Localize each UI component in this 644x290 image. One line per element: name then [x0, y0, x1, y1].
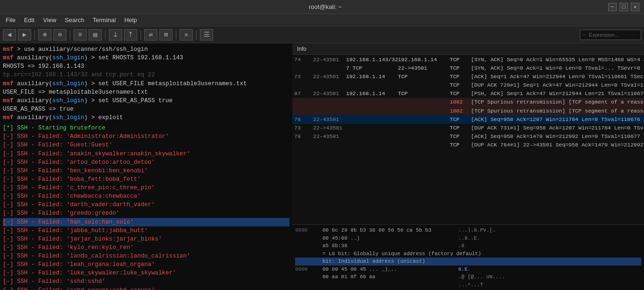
terminal-line: [-] SSH - Failed: 'han_solo:han_solo' — [3, 218, 289, 226]
right-panel: Info 74 22-43501 192.168.1.143/32 192.16… — [292, 43, 644, 290]
maximize-button[interactable]: □ — [619, 3, 628, 11]
minimize-button[interactable]: ─ — [608, 3, 617, 11]
hex-row: 0000 00 00 45 00 45 ... _)_.. 8.E. — [295, 266, 641, 274]
menu-terminal[interactable]: Terminal — [89, 15, 120, 25]
toolbar-sep-2 — [70, 30, 70, 40]
terminal-output: msf > use auxiliary/scanner/ssh/ssh_logi… — [3, 45, 289, 290]
toolbar-sep-6 — [196, 30, 197, 40]
title-bar: root@kali: ~ ─ □ ✕ — [0, 0, 644, 14]
toolbar-sep-5 — [176, 30, 176, 40]
terminal-line: [-] SSH - Failed: 'Guest:Guest' — [3, 141, 289, 149]
packet-row[interactable]: 73 22->43501 TCP [DUP ACK 731#1] Seq=958… — [292, 124, 644, 132]
expression-filter[interactable]: ← Expression... — [580, 30, 641, 40]
close-button[interactable]: ✕ — [631, 3, 639, 11]
packet-row[interactable]: TCP [DUP ACK 720#1] Seq=1 Ack=47 Win=212… — [292, 81, 644, 89]
toolbar-btn-4[interactable]: ⊖ — [53, 29, 66, 40]
toolbar-sep-3 — [105, 30, 106, 40]
menu-bar: File Edit View Search Terminal Help — [0, 14, 644, 26]
menu-file[interactable]: File — [2, 15, 19, 25]
window-title: root@kali: ~ — [42, 3, 608, 10]
terminal-line: [-] SSH - Failed: 'anakin_skywalker:anak… — [3, 150, 289, 158]
packet-row[interactable]: 7 TCP 22->43501 TCP [SYN, ACK] Seq=0 Ack… — [292, 64, 644, 72]
menu-help[interactable]: Help — [121, 15, 141, 25]
toolbar-btn-10[interactable]: ⊞ — [159, 29, 173, 40]
toolbar-sep-4 — [140, 30, 141, 40]
window-controls[interactable]: ─ □ ✕ — [608, 3, 639, 11]
terminal-line: [-] SSH - Failed: 'chewbacca:chewbacca' — [3, 192, 289, 201]
info-tab-label: Info — [297, 46, 306, 52]
terminal-line: RHOSTS => 192.168.1.143 — [3, 62, 289, 71]
toolbar-btn-5[interactable]: ≡ — [74, 29, 87, 40]
terminal-line: msf > use auxiliary/scanner/ssh/ssh_logi… — [3, 45, 289, 54]
hex-panel: 0000 00 0c 29 8b b3 38 00 50 56 ca 5b b3… — [292, 224, 644, 290]
terminal-line: [-] SSH - Failed: 'Administrator:Adminis… — [3, 132, 289, 141]
packet-list[interactable]: 74 22-43501 192.168.1.143/32 192.168.1.1… — [292, 55, 644, 224]
toolbar: ◀ ▶ ⊕ ⊖ ≡ ▤ ⤓ ⤒ ⇄ ⊞ ✕ ☰ ← Expression... — [0, 26, 644, 43]
terminal-panel[interactable]: msf > use auxiliary/scanner/ssh/ssh_logi… — [0, 43, 292, 290]
toolbar-sep-1 — [34, 30, 35, 40]
terminal-line: USER_AS_PASS => true — [3, 105, 289, 113]
terminal-line: msf auxiliary(ssh_login) > set RHOSTS 19… — [3, 54, 289, 62]
packet-row[interactable]: 78 22-43501 TCP [ACK] Seq=958 Ack=1207 W… — [292, 115, 644, 124]
hex-row: = LG bit: Globally unique address (facto… — [295, 250, 641, 258]
hex-row: bit: Individual address (unicast) — [295, 258, 641, 266]
terminal-line: tp.src==192.168.1.143/32 and tcp.port eq… — [3, 71, 289, 79]
terminal-line: [-] SSH - Failed: 'jabba_hutt:jabba_hutt… — [3, 226, 289, 235]
toolbar-btn-9[interactable]: ⇄ — [144, 29, 157, 40]
hex-row: 00 aa 01 8f 60 aa .@ [@... uN.... — [295, 273, 641, 281]
terminal-line: [-] SSH - Failed: 'c_three_pio:c_three_p… — [3, 184, 289, 192]
terminal-line: USER_FILE => metasploitable3usernames.tx… — [3, 88, 289, 97]
menu-view[interactable]: View — [39, 15, 60, 25]
terminal-line: [-] SSH - Failed: 'lando_calrissian:land… — [3, 252, 289, 260]
toolbar-btn-2[interactable]: ▶ — [18, 29, 31, 40]
toolbar-btn-1[interactable]: ◀ — [3, 29, 16, 40]
toolbar-btn-8[interactable]: ⤒ — [124, 29, 137, 40]
terminal-line: msf auxiliary(ssh_login) > set USER_FILE… — [3, 80, 289, 88]
terminal-line: [-] SSH - Failed: 'leah_organa:leah_orga… — [3, 260, 289, 269]
packet-row[interactable]: 74 22-43501 192.168.1.143/32 192.168.1.1… — [292, 56, 644, 64]
packet-row[interactable]: 78 22-43501 TCP [ACK] Seq=958 Ack=1479 W… — [292, 132, 644, 141]
packet-row[interactable]: 87 22-43501 192.168.1.14 TCP TCP [PSH, A… — [292, 89, 644, 98]
toolbar-btn-7[interactable]: ⤓ — [109, 29, 122, 40]
packet-row[interactable]: 73 22-43501 192.168.1.14 TCP TCP [ACK] S… — [292, 72, 644, 81]
packet-row[interactable]: 1002 [TCP Spurious retransmission] [TCP … — [292, 98, 644, 106]
terminal-line: [-] SSH - Failed: 'sshd:sshd' — [3, 277, 289, 286]
info-tab[interactable]: Info — [292, 43, 644, 55]
hex-row: ...^...T — [295, 281, 641, 289]
toolbar-btn-11[interactable]: ✕ — [180, 29, 193, 40]
terminal-line: [-] SSH - Failed: 'greedo:greedo' — [3, 209, 289, 218]
toolbar-btn-12[interactable]: ☰ — [200, 29, 213, 40]
terminal-line: msf auxiliary(ssh_login) > exploit — [3, 113, 289, 122]
terminal-line: [-] SSH - Failed: 'jarjar_binks:jarjar_b… — [3, 235, 289, 243]
terminal-line: [*] SSH - Starting bruteforce — [3, 124, 289, 132]
terminal-line: msf auxiliary(ssh_login) > set USER_AS_P… — [3, 97, 289, 105]
main-content: msf > use auxiliary/scanner/ssh/ssh_logi… — [0, 43, 644, 290]
terminal-line: [-] SSH - Failed: 'darth_vader:darth_vad… — [3, 201, 289, 209]
packet-row[interactable]: 1002 [TCP Spurious retransmission] [TCP … — [292, 107, 644, 115]
menu-edit[interactable]: Edit — [20, 15, 38, 25]
terminal-line: [-] SSH - Failed: 'ben_kenobi:ben_kenobi… — [3, 167, 289, 175]
terminal-line: [-] SSH - Failed: 'luke_skywalker:luke_s… — [3, 269, 289, 277]
terminal-line: [-] SSH - Failed: 'artoo_detoo:artoo_det… — [3, 158, 289, 167]
hex-row: 00 45:00 ..) ..8..E. — [295, 234, 641, 242]
toolbar-btn-3[interactable]: ⊕ — [38, 29, 51, 40]
toolbar-btn-6[interactable]: ▤ — [89, 29, 102, 40]
hex-row: a5 8b:38 .8 — [295, 242, 641, 250]
menu-search[interactable]: Search — [61, 15, 88, 25]
hex-row: 0000 00 0c 29 8b b3 38 00 50 56 ca 5b b3… — [295, 226, 641, 234]
packet-row[interactable]: TCP [DUP ACK 784#1] 22->43501 Seq=958 Ac… — [292, 141, 644, 149]
terminal-line: [-] SSH - Failed: 'kylo_ren:kylo_ren' — [3, 243, 289, 252]
terminal-line: [-] SSH - Failed: 'sshd_server:sshd_serv… — [3, 286, 289, 290]
terminal-line: [-] SSH - Failed: 'boba_fett:boba_fett' — [3, 175, 289, 184]
